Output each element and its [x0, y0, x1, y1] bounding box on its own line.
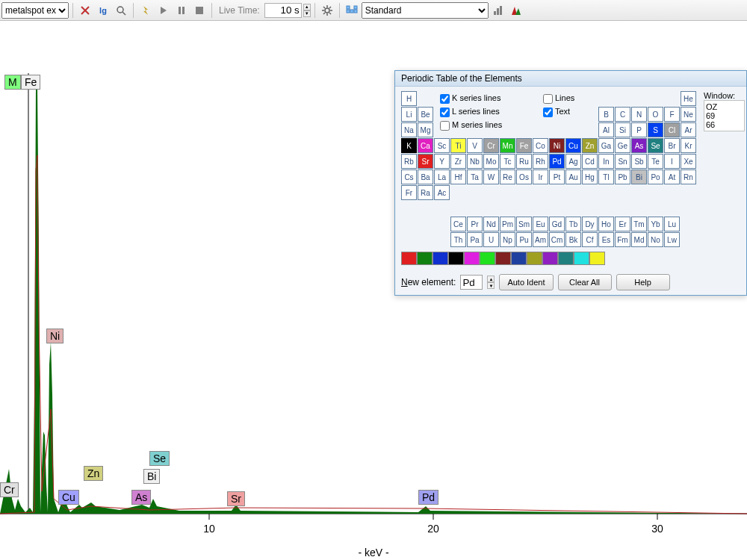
- element-Ti[interactable]: Ti: [450, 138, 466, 153]
- color-swatch[interactable]: [527, 252, 542, 265]
- element-Pt[interactable]: Pt: [549, 169, 565, 184]
- element-Ne[interactable]: Ne: [681, 107, 696, 122]
- element-Cf[interactable]: Cf: [582, 232, 598, 247]
- element-In[interactable]: In: [598, 154, 614, 169]
- element-Ho[interactable]: Ho: [598, 217, 614, 231]
- element-B[interactable]: B: [598, 107, 614, 122]
- element-Zn[interactable]: Zn: [582, 138, 598, 153]
- element-Pr[interactable]: Pr: [467, 217, 483, 231]
- color-swatch[interactable]: [574, 252, 589, 265]
- color-swatch[interactable]: [542, 252, 558, 265]
- element-Bk[interactable]: Bk: [565, 232, 581, 247]
- element-O[interactable]: O: [648, 107, 663, 122]
- element-Ru[interactable]: Ru: [516, 154, 532, 169]
- peak-label-Fe[interactable]: Fe: [21, 75, 40, 90]
- element-P[interactable]: P: [631, 122, 647, 137]
- zoom-icon[interactable]: [113, 2, 129, 19]
- help-button[interactable]: Help: [616, 274, 670, 290]
- element-N[interactable]: N: [631, 107, 647, 122]
- element-Tb[interactable]: Tb: [565, 217, 581, 231]
- preset-select[interactable]: metalspot ext: [1, 2, 69, 19]
- clear-all-button[interactable]: Clear All: [558, 274, 612, 290]
- element-Nd[interactable]: Nd: [483, 217, 499, 231]
- element-Md[interactable]: Md: [631, 232, 647, 247]
- auto-ident-button[interactable]: Auto Ident: [499, 274, 553, 290]
- element-Sn[interactable]: Sn: [615, 154, 630, 169]
- element-V[interactable]: V: [467, 138, 483, 153]
- color-swatch[interactable]: [558, 252, 574, 265]
- element-Cl[interactable]: Cl: [664, 122, 680, 137]
- peaks-icon[interactable]: [508, 2, 524, 19]
- element-Te[interactable]: Te: [648, 154, 663, 169]
- element-Pu[interactable]: Pu: [516, 232, 532, 247]
- delete-icon[interactable]: [77, 2, 93, 19]
- color-swatch[interactable]: [417, 252, 433, 265]
- element-Es[interactable]: Es: [598, 232, 614, 247]
- element-Eu[interactable]: Eu: [533, 217, 548, 231]
- element-Rn[interactable]: Rn: [681, 169, 696, 184]
- element-Np[interactable]: Np: [500, 232, 515, 247]
- element-He[interactable]: He: [681, 91, 696, 106]
- element-Ac[interactable]: Ac: [434, 185, 450, 200]
- peak-label-Se[interactable]: Se: [149, 451, 170, 466]
- element-Yb[interactable]: Yb: [648, 217, 663, 231]
- element-K[interactable]: K: [401, 138, 417, 153]
- element-Fm[interactable]: Fm: [615, 232, 630, 247]
- color-swatch[interactable]: [589, 252, 605, 265]
- element-Cr[interactable]: Cr: [483, 138, 499, 153]
- element-Sc[interactable]: Sc: [434, 138, 450, 153]
- element-Ga[interactable]: Ga: [598, 138, 614, 153]
- element-Tc[interactable]: Tc: [500, 154, 515, 169]
- element-Pm[interactable]: Pm: [500, 217, 515, 231]
- element-Po[interactable]: Po: [648, 169, 663, 184]
- element-Sb[interactable]: Sb: [631, 154, 647, 169]
- element-Ra[interactable]: Ra: [418, 185, 433, 200]
- color-swatch[interactable]: [495, 252, 511, 265]
- element-Lw[interactable]: Lw: [664, 232, 680, 247]
- element-Pd[interactable]: Pd: [549, 154, 565, 169]
- element-La[interactable]: La: [434, 169, 450, 184]
- element-Li[interactable]: Li: [401, 107, 417, 122]
- element-Sm[interactable]: Sm: [516, 217, 532, 231]
- settings-icon[interactable]: [319, 2, 335, 19]
- acquire-icon[interactable]: [137, 2, 154, 19]
- element-S[interactable]: S: [648, 122, 663, 137]
- stop-icon[interactable]: [191, 2, 208, 19]
- element-Ta[interactable]: Ta: [467, 169, 483, 184]
- element-C[interactable]: C: [615, 107, 630, 122]
- element-Ir[interactable]: Ir: [533, 169, 548, 184]
- element-Th[interactable]: Th: [450, 232, 466, 247]
- element-Ba[interactable]: Ba: [418, 169, 433, 184]
- element-Hg[interactable]: Hg: [582, 169, 598, 184]
- new-element-input[interactable]: [460, 275, 483, 290]
- element-Hf[interactable]: Hf: [450, 169, 466, 184]
- lines-checkbox[interactable]: Lines: [543, 91, 574, 105]
- element-Si[interactable]: Si: [615, 122, 630, 137]
- pause-icon[interactable]: [173, 2, 190, 19]
- element-Re[interactable]: Re: [500, 169, 515, 184]
- new-element-spinner[interactable]: ▲▼: [487, 276, 495, 289]
- element-Fe[interactable]: Fe: [516, 138, 532, 153]
- color-swatch[interactable]: [464, 252, 480, 265]
- peak-label-Bi[interactable]: Bi: [143, 469, 160, 484]
- color-swatch[interactable]: [433, 252, 448, 265]
- element-Mn[interactable]: Mn: [500, 138, 515, 153]
- element-Rb[interactable]: Rb: [401, 154, 417, 169]
- color-swatch[interactable]: [401, 252, 417, 265]
- element-Er[interactable]: Er: [615, 217, 630, 231]
- peak-label-Zn[interactable]: Zn: [84, 466, 103, 481]
- element-At[interactable]: At: [664, 169, 680, 184]
- element-Ni[interactable]: Ni: [549, 138, 565, 153]
- element-Al[interactable]: Al: [598, 122, 614, 137]
- peak-label-As[interactable]: As: [131, 490, 151, 505]
- element-Cs[interactable]: Cs: [401, 169, 417, 184]
- color-swatch[interactable]: [511, 252, 527, 265]
- element-Ag[interactable]: Ag: [565, 154, 581, 169]
- element-Ar[interactable]: Ar: [681, 122, 696, 137]
- element-Ge[interactable]: Ge: [615, 138, 630, 153]
- element-Pb[interactable]: Pb: [615, 169, 630, 184]
- element-Am[interactable]: Am: [533, 232, 548, 247]
- log-scale-icon[interactable]: lg: [95, 2, 111, 19]
- peak-label-Pd[interactable]: Pd: [418, 490, 438, 505]
- element-Y[interactable]: Y: [434, 154, 450, 169]
